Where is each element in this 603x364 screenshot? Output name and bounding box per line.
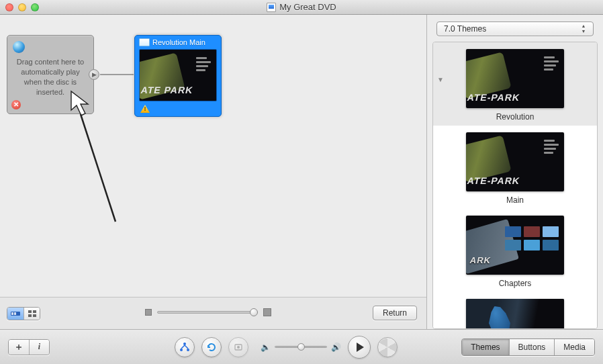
error-icon: ✕	[11, 100, 21, 109]
return-button[interactable]: Return	[373, 306, 417, 320]
disclosure-triangle-icon[interactable]: ▼	[437, 76, 444, 83]
folder-icon	[139, 38, 150, 46]
node-connector	[100, 74, 134, 75]
theme-label: Chapters	[433, 279, 597, 288]
zoom-window-button[interactable]	[31, 3, 39, 11]
burn-button[interactable]	[377, 337, 398, 357]
theme-item-revolution[interactable]: ▼ ATE-PARK Revolution	[433, 42, 597, 126]
svg-rect-5	[33, 310, 36, 313]
theme-label: Revolution	[433, 112, 597, 122]
svg-point-8	[183, 343, 186, 345]
inspector-tabs[interactable]: Themes Buttons Media	[461, 338, 595, 356]
theme-thumbnail: ATE-PARK	[466, 49, 564, 108]
theme-thumbnail: ATE-PARK	[466, 132, 564, 191]
svg-point-9	[180, 349, 183, 351]
svg-point-10	[187, 349, 189, 351]
themes-panel: 7.0 Themes ▲▼ ▼ ATE-PARK Revolution ATE-…	[427, 15, 603, 329]
svg-line-0	[81, 114, 115, 222]
volume-knob[interactable]	[297, 343, 305, 351]
theme-item-main[interactable]: ATE-PARK Main	[433, 126, 597, 209]
window-titlebar: My Great DVD	[0, 0, 603, 15]
zoom-in-icon[interactable]	[263, 308, 271, 316]
view-mode-outline[interactable]	[24, 308, 40, 320]
document-icon	[267, 3, 276, 12]
theme-version-label: 7.0 Themes	[444, 24, 486, 34]
theme-label: Main	[433, 195, 597, 205]
tab-buttons[interactable]: Buttons	[509, 339, 555, 355]
info-button[interactable]: i	[29, 340, 49, 355]
map-view-button[interactable]	[175, 337, 195, 357]
refresh-button[interactable]	[201, 337, 222, 357]
view-mode-map[interactable]	[7, 308, 24, 320]
tab-themes[interactable]: Themes	[462, 339, 508, 355]
motion-button[interactable]	[228, 337, 248, 357]
zoom-knob[interactable]	[250, 308, 258, 316]
zoom-track[interactable]	[157, 311, 258, 314]
drop-zone-text: Drag content here to automatically play …	[13, 57, 88, 97]
menu-node-revolution-main[interactable]: Revolution Main ATE PARK	[134, 35, 222, 117]
svg-rect-6	[28, 314, 32, 317]
view-mode-segmented[interactable]	[7, 307, 40, 320]
volume-slider[interactable]: 🔈 🔊	[261, 343, 341, 352]
theme-list[interactable]: ▼ ATE-PARK Revolution ATE-PARK Main ARK …	[432, 42, 598, 329]
warning-icon	[140, 105, 150, 113]
svg-rect-7	[33, 314, 36, 317]
theme-version-select[interactable]: 7.0 Themes ▲▼	[436, 21, 594, 36]
volume-low-icon: 🔈	[261, 343, 271, 352]
zoom-out-icon[interactable]	[145, 309, 152, 316]
minimize-window-button[interactable]	[18, 3, 26, 11]
canvas-area[interactable]: Drag content here to automatically play …	[0, 15, 427, 329]
play-button[interactable]	[348, 336, 371, 359]
autoplay-drop-zone[interactable]: Drag content here to automatically play …	[7, 35, 94, 114]
menu-thumbnail[interactable]: ATE PARK	[139, 49, 217, 101]
svg-rect-3	[14, 312, 16, 315]
volume-high-icon: 🔊	[331, 343, 341, 352]
close-window-button[interactable]	[5, 3, 13, 11]
theme-thumbnail: ARK	[466, 216, 564, 275]
svg-rect-2	[11, 312, 13, 315]
globe-icon	[13, 41, 25, 53]
theme-item-extras[interactable]	[433, 292, 597, 329]
bottom-toolbar: ＋ i 🔈 🔊 Themes Buttons Media	[0, 329, 603, 364]
add-button[interactable]: ＋	[9, 340, 29, 355]
menu-node-title: Revolution Main	[152, 38, 205, 46]
zoom-slider[interactable]	[145, 308, 271, 316]
canvas-footer: Return	[0, 297, 426, 329]
svg-rect-4	[28, 310, 32, 313]
select-stepper-icon: ▲▼	[578, 24, 589, 34]
volume-track[interactable]	[275, 346, 327, 348]
svg-point-12	[237, 346, 240, 349]
tab-media[interactable]: Media	[554, 339, 594, 355]
theme-thumbnail	[466, 299, 564, 329]
connection-handle[interactable]: ▶	[89, 69, 99, 80]
window-title: My Great DVD	[279, 2, 336, 12]
theme-item-chapters[interactable]: ARK Chapters	[433, 209, 597, 292]
